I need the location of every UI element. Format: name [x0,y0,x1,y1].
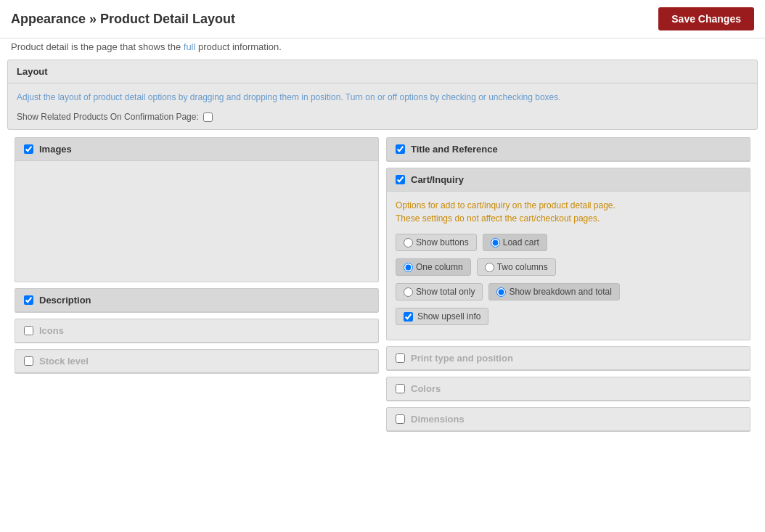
description-label: Description [39,295,91,306]
stock-level-panel-header: Stock level [15,350,378,373]
images-label: Images [39,144,72,155]
show-breakdown-total-option[interactable]: Show breakdown and total [488,283,619,300]
layout-desc-before: Adjust the layout of [17,92,93,102]
title-reference-panel: Title and Reference [386,137,750,162]
show-breakdown-total-radio[interactable] [496,287,506,297]
print-type-label: Print type and position [411,353,513,364]
one-column-radio[interactable] [404,263,413,272]
load-cart-label: Load cart [503,237,539,247]
dimensions-checkbox[interactable] [396,414,405,424]
subtitle-text-after: product information. [195,41,282,52]
description-panel: Description [15,288,379,313]
layout-description: Adjust the layout of product detail opti… [8,83,757,112]
show-buttons-option[interactable]: Show buttons [396,234,477,251]
layout-section: Layout Adjust the layout of product deta… [7,60,758,130]
layout-desc-link1: product detail [93,92,145,102]
print-type-checkbox[interactable] [396,353,405,363]
title-reference-checkbox[interactable] [396,144,405,154]
images-panel: Images [15,137,379,282]
two-columns-option[interactable]: Two columns [477,258,556,276]
column-options-group: One column Two columns [396,258,741,276]
show-buttons-radio[interactable] [404,238,413,247]
colors-label: Colors [411,383,441,394]
total-options-group: Show total only Show breakdown and total [396,283,741,300]
upsell-row: Show upsell info [396,308,741,325]
dimensions-panel-header: Dimensions [387,408,750,431]
show-total-only-radio[interactable] [404,287,413,297]
images-checkbox[interactable] [24,144,33,154]
show-related-row: Show Related Products On Confirmation Pa… [8,112,757,129]
show-upsell-checkbox[interactable] [404,312,413,322]
left-column: Images Description Icons Stock level [15,137,379,432]
two-columns-radio[interactable] [485,263,494,272]
title-reference-panel-header: Title and Reference [387,138,750,161]
cart-inquiry-description: Options for add to cart/inquiry on the p… [396,199,741,225]
one-column-label: One column [416,262,463,272]
load-cart-radio[interactable] [491,238,500,247]
description-checkbox[interactable] [24,295,33,305]
subtitle-text-before: Product detail is the page that shows th… [11,41,184,52]
dimensions-label: Dimensions [411,414,465,425]
show-upsell-option[interactable]: Show upsell info [396,308,488,325]
show-total-only-option[interactable]: Show total only [396,283,483,300]
icons-label: Icons [39,325,64,336]
page-subtitle: Product detail is the page that shows th… [0,38,765,60]
icons-checkbox[interactable] [24,326,33,335]
show-buttons-label: Show buttons [416,237,469,247]
button-options-group: Show buttons Load cart [396,234,741,251]
two-columns-label: Two columns [497,262,548,272]
cart-inquiry-panel-header: Cart/Inquiry [387,168,750,192]
stock-level-panel: Stock level [15,349,379,374]
cart-inquiry-body: Options for add to cart/inquiry on the p… [387,192,750,340]
show-total-only-label: Show total only [416,287,475,297]
columns-area: Images Description Icons Stock level [7,130,758,439]
stock-level-label: Stock level [39,356,89,367]
icons-panel-header: Icons [15,319,378,343]
cart-inquiry-panel: Cart/Inquiry Options for add to cart/inq… [386,168,750,340]
images-panel-header: Images [15,138,378,161]
dimensions-panel: Dimensions [386,407,750,432]
one-column-option[interactable]: One column [396,258,471,276]
icons-panel: Icons [15,319,379,343]
stock-level-checkbox[interactable] [24,356,33,366]
colors-panel: Colors [386,377,750,401]
load-cart-option[interactable]: Load cart [483,234,547,251]
show-related-label: Show Related Products On Confirmation Pa… [17,112,199,122]
images-panel-body [15,161,378,277]
colors-checkbox[interactable] [396,384,405,393]
save-button[interactable]: Save Changes [658,7,754,30]
title-reference-label: Title and Reference [411,144,498,155]
subtitle-link[interactable]: full [184,41,196,52]
show-breakdown-total-label: Show breakdown and total [509,287,611,297]
show-related-checkbox[interactable] [203,112,213,122]
print-type-panel-header: Print type and position [387,347,750,370]
layout-desc-mid1: options by dragging and dropping them in… [145,92,560,102]
page-header: Appearance » Product Detail Layout Save … [0,0,765,38]
cart-inquiry-desc-line2: These settings do not affect the cart/ch… [396,212,741,225]
description-panel-header: Description [15,289,378,312]
layout-section-title: Layout [8,60,757,83]
page-title: Appearance » Product Detail Layout [11,12,235,27]
cart-inquiry-desc-line1: Options for add to cart/inquiry on the p… [396,199,741,212]
show-upsell-label: Show upsell info [417,311,480,322]
colors-panel-header: Colors [387,377,750,401]
right-column: Title and Reference Cart/Inquiry Options… [386,137,750,432]
cart-inquiry-checkbox[interactable] [396,175,405,184]
cart-inquiry-label: Cart/Inquiry [411,174,464,185]
print-type-panel: Print type and position [386,346,750,371]
